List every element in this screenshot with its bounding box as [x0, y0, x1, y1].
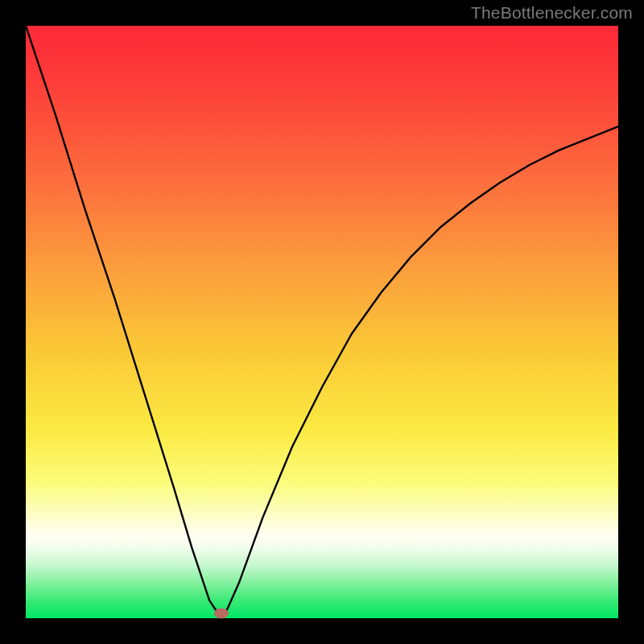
chart-plot-area	[26, 26, 618, 618]
optimal-point-marker	[214, 609, 229, 619]
watermark-text: TheBottlenecker.com	[471, 3, 633, 23]
bottleneck-curve	[26, 26, 618, 618]
